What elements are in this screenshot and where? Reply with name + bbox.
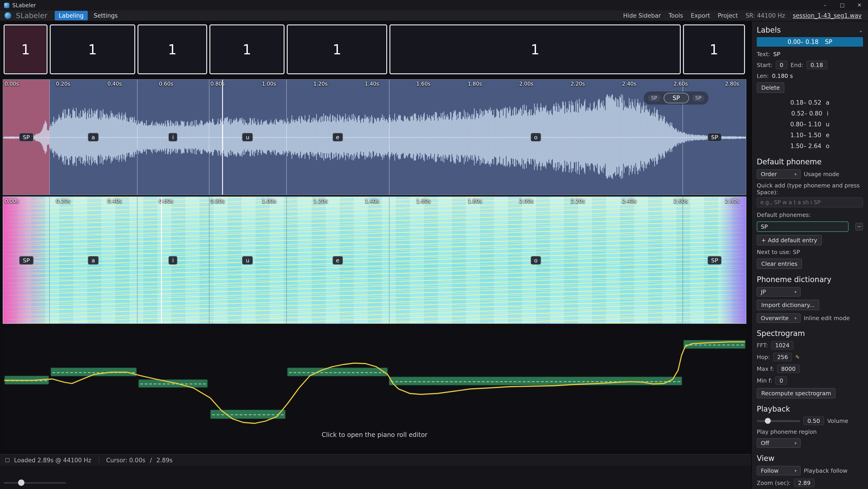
time-tick-label: 0.00s xyxy=(4,198,19,204)
waveform-panel[interactable]: SPaiueoSP0.00s0.20s0.40s0.60s0.80s1.00s1… xyxy=(3,79,746,195)
note-block-i[interactable]: 1 xyxy=(137,24,207,74)
segment-boundary[interactable] xyxy=(209,197,210,323)
hscroll-knob[interactable] xyxy=(18,480,24,486)
minimize-button[interactable]: – xyxy=(816,0,834,10)
phoneme-badge-u[interactable]: u xyxy=(242,133,253,142)
hscroll-track[interactable] xyxy=(4,482,66,484)
waveform-cursor-line xyxy=(222,80,223,195)
spectrogram-panel[interactable]: SPaiueoSP0.00s0.20s0.40s0.60s0.80s1.00s1… xyxy=(3,197,746,324)
start-field-value[interactable]: 0 xyxy=(776,61,787,69)
phoneme-pill-active[interactable]: SP xyxy=(663,93,689,103)
phoneme-badge-sp[interactable]: SP xyxy=(19,133,33,142)
remove-entry-button[interactable]: − xyxy=(855,223,863,230)
label-item-text: a xyxy=(826,99,830,106)
phoneme-badge-sp[interactable]: SP xyxy=(707,256,722,264)
segment-boundary[interactable] xyxy=(137,197,137,323)
edit-pencil-icon[interactable]: ✎ xyxy=(795,354,800,360)
phoneme-pill[interactable]: SP xyxy=(692,95,705,102)
tab-labeling[interactable]: Labeling xyxy=(55,11,88,20)
label-list-item[interactable]: 1.10– 1.50e xyxy=(757,130,863,140)
phoneme-badge-i[interactable]: i xyxy=(168,133,177,142)
note-block-e[interactable]: 1 xyxy=(286,24,387,74)
play-region-dropdown[interactable]: Off ▾ xyxy=(757,438,801,448)
text-field-value[interactable]: SP xyxy=(773,51,780,58)
mode-tabs: LabelingSettings xyxy=(55,11,122,20)
default-phoneme-entry-input[interactable] xyxy=(757,222,848,232)
zoom-value[interactable]: 2.89 xyxy=(794,479,815,487)
order-dropdown[interactable]: Order ▾ xyxy=(757,169,801,179)
phoneme-badge-i[interactable]: i xyxy=(168,256,177,264)
menu-item-tools[interactable]: Tools xyxy=(669,12,683,19)
time-tick-label: 2.80s xyxy=(725,198,739,204)
status-divider xyxy=(98,457,99,463)
max-f-value[interactable]: 8000 xyxy=(777,365,800,373)
volume-slider-knob[interactable] xyxy=(765,418,771,424)
note-block-sp[interactable]: 1 xyxy=(683,24,745,74)
window-title: SLabeler xyxy=(12,2,36,8)
time-tick-label: 1.20s xyxy=(313,198,328,204)
label-list-item[interactable]: 0.18– 0.52a xyxy=(757,97,863,108)
dictionary-language-dropdown[interactable]: JP ▾ xyxy=(757,287,801,296)
label-list-item[interactable]: 0.80– 1.10u xyxy=(757,119,863,130)
label-list-item[interactable]: 0.52– 0.80i xyxy=(757,108,863,119)
pianoroll-preview[interactable]: Click to open the piano roll editor xyxy=(3,328,746,449)
fft-label: FFT: xyxy=(757,342,768,349)
volume-slider[interactable] xyxy=(757,420,800,422)
phoneme-badge-o[interactable]: o xyxy=(530,133,541,142)
app-icon xyxy=(4,2,9,8)
maximize-button[interactable]: □ xyxy=(834,0,851,10)
import-dictionary-button[interactable]: Import dictionary... xyxy=(757,300,819,310)
phoneme-badge-a[interactable]: a xyxy=(88,133,99,142)
time-tick-label: 1.80s xyxy=(468,81,482,87)
phoneme-pill[interactable]: SP xyxy=(648,95,660,102)
phoneme-badge-e[interactable]: e xyxy=(332,256,343,264)
segment-boundary[interactable] xyxy=(286,80,286,195)
segment-boundary[interactable] xyxy=(389,80,390,195)
segment-boundary[interactable] xyxy=(683,197,683,323)
chevron-down-icon[interactable]: ⌄ xyxy=(859,27,863,33)
caret-down-icon: ▾ xyxy=(795,290,797,294)
clear-entries-button[interactable]: Clear entries xyxy=(757,259,802,269)
note-block-u[interactable]: 1 xyxy=(210,24,284,74)
add-default-entry-button[interactable]: + Add default entry xyxy=(757,235,822,246)
phoneme-badge-o[interactable]: o xyxy=(530,256,541,264)
segment-boundary[interactable] xyxy=(286,197,286,323)
min-f-value[interactable]: 0 xyxy=(775,376,787,385)
menu-item-hide-sidebar[interactable]: Hide Sidebar xyxy=(623,12,661,19)
label-item-text: u xyxy=(826,121,830,127)
menu-item-project[interactable]: Project xyxy=(718,12,738,19)
phoneme-badge-e[interactable]: e xyxy=(332,133,343,142)
fft-value[interactable]: 1024 xyxy=(771,341,794,349)
current-file-name[interactable]: session_1-43_seg1.wav xyxy=(793,12,862,19)
segment-boundary[interactable] xyxy=(50,197,50,323)
segment-boundary[interactable] xyxy=(389,197,390,323)
label-row-selected[interactable]: 0.00– 0.18 SP xyxy=(757,37,863,47)
quick-add-input[interactable] xyxy=(757,197,863,207)
playback-follow-dropdown[interactable]: Follow ▾ xyxy=(757,466,801,476)
dictionary-mode-dropdown[interactable]: Overwrite ▾ xyxy=(757,313,801,323)
phoneme-badge-sp[interactable]: SP xyxy=(19,256,33,264)
note-block-o[interactable]: 1 xyxy=(390,24,681,74)
time-tick-label: 1.40s xyxy=(365,198,379,204)
end-field-value[interactable]: 0.18 xyxy=(806,61,827,69)
hop-value[interactable]: 256 xyxy=(773,353,792,361)
time-tick-label: 2.80s xyxy=(725,81,739,87)
phoneme-badge-sp[interactable]: SP xyxy=(707,133,722,142)
delete-button[interactable]: Delete xyxy=(757,82,784,93)
phoneme-badge-a[interactable]: a xyxy=(88,256,99,264)
recompute-spectrogram-button[interactable]: Recompute spectrogram xyxy=(757,388,836,398)
close-button[interactable]: ✕ xyxy=(851,0,868,10)
note-block-sp[interactable]: 1 xyxy=(4,24,48,74)
segment-boundary[interactable] xyxy=(50,80,50,195)
status-square-icon[interactable] xyxy=(5,458,9,462)
len-field-value: 0.180 s xyxy=(772,73,793,79)
time-tick-label: 1.60s xyxy=(416,81,430,87)
label-list-item[interactable]: 1.50– 2.64o xyxy=(757,140,863,151)
segment-boundary[interactable] xyxy=(209,80,210,195)
volume-value[interactable]: 0.50 xyxy=(803,416,824,425)
note-block-a[interactable]: 1 xyxy=(50,24,135,74)
tab-settings[interactable]: Settings xyxy=(90,11,122,20)
menu-item-export[interactable]: Export xyxy=(691,12,710,19)
segment-boundary[interactable] xyxy=(137,80,137,195)
phoneme-badge-u[interactable]: u xyxy=(242,256,253,264)
